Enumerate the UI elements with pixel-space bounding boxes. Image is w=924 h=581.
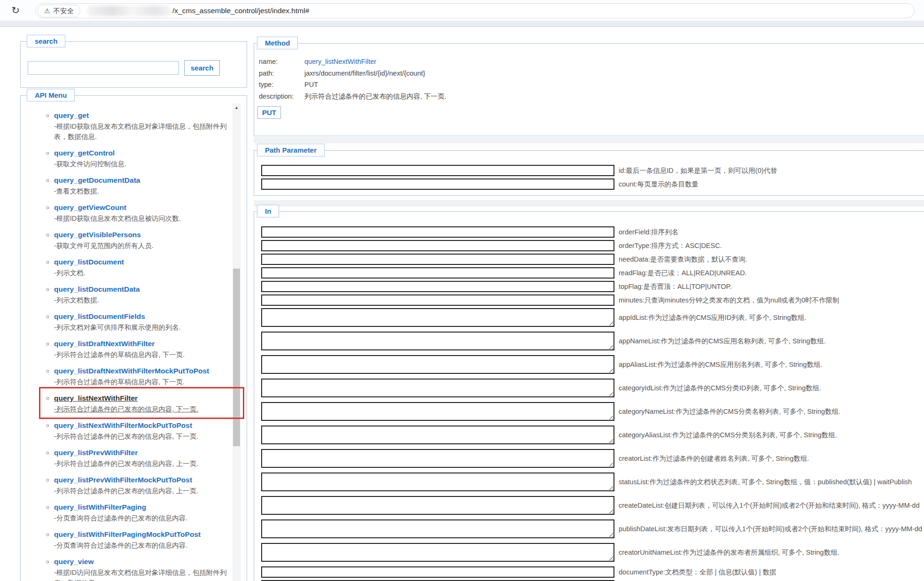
scrollbar-up-arrow-icon[interactable]: ▲ xyxy=(233,103,241,112)
form-row: appNameList:作为过滤条件的CMS应用名称列表, 可多个, Strin… xyxy=(261,332,924,350)
search-panel-legend: search xyxy=(27,35,65,47)
api-method-link[interactable]: query_listDraftNextWithFilterMockPutToPo… xyxy=(54,367,209,375)
api-menu-item: query_listNextWithFilterMockPutToPost -列… xyxy=(54,420,233,442)
api-method-link[interactable]: query_get xyxy=(54,111,89,119)
api-method-link[interactable]: query_listDocumentFields xyxy=(54,312,145,320)
parameter-label: appAliasList:作为过滤条件的CMS应用别名列表, 可多个, Stri… xyxy=(619,360,822,369)
parameter-input[interactable] xyxy=(261,254,614,265)
parameter-label: count:每页显示的条目数量 xyxy=(619,180,699,189)
method-rows: name: query_listNextWithFilter path: jax… xyxy=(254,44,924,102)
browser-toolbar: ↻ ⚠ 不安全 /x_cms_assemble_control/jest/ind… xyxy=(0,0,924,27)
search-input[interactable] xyxy=(28,61,179,75)
method-row-label: path: xyxy=(259,68,304,79)
api-menu-item: query_getControl -获取文件访问控制信息. xyxy=(54,147,233,169)
api-method-description: -根据ID获取信息发布文档信息对象详细信息，包括附件列表，数据信息. xyxy=(54,121,233,142)
api-menu-item: query_getDocumentData -查看文档数据. xyxy=(54,175,233,196)
api-method-description: -根据ID获取信息发布文档信息被访问次数. xyxy=(54,213,233,224)
separator-band xyxy=(254,137,924,143)
url-path: /x_cms_assemble_control/jest/index.html# xyxy=(172,7,309,15)
parameter-textarea[interactable] xyxy=(261,379,614,397)
form-row: createDateList:创建日期列表，可以传入1个(开始时间)或者2个(开… xyxy=(261,496,924,515)
parameter-textarea[interactable] xyxy=(261,543,614,562)
api-method-description: -列示文档数据. xyxy=(54,295,233,305)
parameter-input[interactable] xyxy=(261,566,614,578)
form-row: appAliasList:作为过滤条件的CMS应用别名列表, 可多个, Stri… xyxy=(261,355,924,374)
api-method-link[interactable]: query_listWithFilterPaging xyxy=(54,503,146,511)
api-menu-item: query_listDocumentData -列示文档数据. xyxy=(54,284,233,305)
parameter-input[interactable] xyxy=(261,178,614,190)
api-method-link[interactable]: query_getDocumentData xyxy=(54,176,140,184)
form-row: creatorUnitNameList:作为过滤条件的发布者所属组织, 可多个,… xyxy=(261,543,924,562)
api-menu-item: query_listPrevWithFilter -列示符合过滤条件的已发布的信… xyxy=(54,447,233,469)
api-method-description: -列示符合过滤条件的草稿信息内容, 下一页. xyxy=(54,349,233,360)
in-rows: orderField:排序列名 orderType:排序方式：ASC|DESC.… xyxy=(254,212,924,581)
parameter-textarea[interactable] xyxy=(261,426,614,444)
put-execute-button[interactable]: PUT xyxy=(257,106,281,119)
parameter-input[interactable] xyxy=(261,226,614,238)
api-method-link[interactable]: query_view xyxy=(54,558,93,566)
parameter-label: id:最后一条信息ID，如果是第一页，则可以用(0)代替 xyxy=(619,166,777,175)
api-method-description: -列示文档. xyxy=(54,268,233,278)
api-method-link[interactable]: query_getVisiblePersons xyxy=(54,231,141,239)
api-menu-item: query_listDocument -列示文档. xyxy=(54,256,233,278)
parameter-textarea[interactable] xyxy=(261,308,614,327)
api-menu-item: query_listDocumentFields -列示文档对象可供排序和展示使… xyxy=(54,311,233,333)
api-method-link[interactable]: query_listWithFilterPagingMockPutToPost xyxy=(54,530,201,538)
method-row: name: query_listNextWithFilter xyxy=(259,56,924,68)
method-panel: Method name: query_listNextWithFilter pa… xyxy=(254,43,924,136)
parameter-input[interactable] xyxy=(261,281,614,292)
api-method-link[interactable]: query_listNextWithFilterMockPutToPost xyxy=(54,421,192,429)
api-menu-item: query_listDraftNextWithFilterMockPutToPo… xyxy=(54,365,233,387)
api-method-description: -列示符合过滤条件的草稿信息内容, 下一页. xyxy=(54,377,233,387)
parameter-label: orderField:排序列名 xyxy=(619,228,678,237)
api-method-link[interactable]: query_listNextWithFilter xyxy=(54,394,138,402)
api-method-description: -分页查询符合过滤条件的已发布的信息内容. xyxy=(54,540,233,550)
parameter-label: categoryIdList:作为过滤条件的CMS分类ID列表, 可多个, St… xyxy=(619,384,821,393)
api-method-link[interactable]: query_getControl xyxy=(54,149,115,157)
parameter-label: minutes:只查询minutes分钟之类发布的文档，值为null或者为0时不… xyxy=(619,296,839,305)
path-parameter-rows: id:最后一条信息ID，如果是第一页，则可以用(0)代替 count:每页显示的… xyxy=(254,151,924,190)
parameter-textarea[interactable] xyxy=(261,402,614,421)
parameter-input[interactable] xyxy=(261,165,614,176)
parameter-textarea[interactable] xyxy=(261,519,614,538)
api-method-description: -列示符合过滤条件的已发布的信息内容, 下一页. xyxy=(54,431,233,442)
in-panel: In orderField:排序列名 orderType:排序方式：ASC|DE… xyxy=(254,211,924,581)
parameter-label: readFlag:是否已读：ALL|READ|UNREAD. xyxy=(619,269,747,278)
api-method-link[interactable]: query_getViewCount xyxy=(54,203,126,211)
api-method-link[interactable]: query_listDocumentData xyxy=(54,285,140,293)
page: { "browser": { "security_label": "不安全", … xyxy=(0,0,924,581)
path-parameter-legend: Path Parameter xyxy=(257,144,325,156)
reload-icon[interactable]: ↻ xyxy=(9,4,22,16)
form-row: id:最后一条信息ID，如果是第一页，则可以用(0)代替 xyxy=(261,165,924,176)
api-method-link[interactable]: query_listPrevWithFilterMockPutToPost xyxy=(54,476,192,484)
separator-band xyxy=(254,200,924,207)
form-row: appIdList:作为过滤条件的CMS应用ID列表, 可多个, String数… xyxy=(261,308,924,327)
search-button[interactable]: search xyxy=(184,60,220,76)
menu-scrollbar-track[interactable]: ▲ xyxy=(233,103,241,581)
form-row: readFlag:是否已读：ALL|READ|UNREAD. xyxy=(261,267,924,279)
api-method-link[interactable]: query_listDocument xyxy=(54,258,124,266)
parameter-textarea[interactable] xyxy=(261,449,614,468)
method-row: path: jaxrs/document/filter/list/{id}/ne… xyxy=(259,68,924,79)
method-row-label: name: xyxy=(259,56,304,68)
parameter-input[interactable] xyxy=(261,267,614,279)
api-menu-item: query_view -根据ID访问信息发布文档信息对象详细信息，包括附件列表，… xyxy=(54,556,233,581)
api-menu-scroll-area[interactable]: query_get -根据ID获取信息发布文档信息对象详细信息，包括附件列表，数… xyxy=(21,103,233,581)
form-row: publishDateList:发布日期列表，可以传入1个(开始时间)或者2个(… xyxy=(261,519,924,538)
menu-scrollbar-thumb[interactable] xyxy=(233,269,240,446)
parameter-label: appNameList:作为过滤条件的CMS应用名称列表, 可多个, Strin… xyxy=(619,337,826,346)
address-bar[interactable]: ⚠ 不安全 /x_cms_assemble_control/jest/index… xyxy=(35,3,915,18)
parameter-input[interactable] xyxy=(261,240,614,251)
parameter-textarea[interactable] xyxy=(261,496,614,515)
api-menu-item: query_getVisiblePersons -获取文件可见范围内的所有人员. xyxy=(54,229,233,251)
parameter-textarea[interactable] xyxy=(261,473,614,491)
parameter-textarea[interactable] xyxy=(261,332,614,350)
parameter-input[interactable] xyxy=(261,294,614,306)
api-menu-item: query_get -根据ID获取信息发布文档信息对象详细信息，包括附件列表，数… xyxy=(54,110,233,142)
method-row-label: type: xyxy=(259,79,304,91)
api-method-link[interactable]: query_listPrevWithFilter xyxy=(54,449,138,457)
api-method-link[interactable]: query_listDraftNextWithFilter xyxy=(54,340,155,348)
parameter-textarea[interactable] xyxy=(261,355,614,374)
parameter-label: createDateList:创建日期列表，可以传入1个(开始时间)或者2个(开… xyxy=(619,501,919,510)
not-secure-chip[interactable]: ⚠ 不安全 xyxy=(38,5,80,17)
